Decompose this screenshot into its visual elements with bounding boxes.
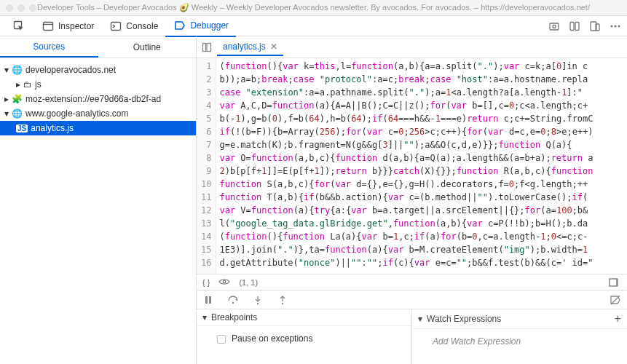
- inspector-tab[interactable]: Inspector: [33, 16, 101, 36]
- globe-icon: 🌐: [12, 108, 23, 119]
- pause-exceptions-label: Pause on exceptions: [232, 333, 312, 344]
- pause-icon[interactable]: [201, 293, 216, 307]
- breakpoints-pane: ▾ Breakpoints Pause on exceptions: [197, 309, 411, 364]
- tree-extension[interactable]: ▸ 🧩 moz-extension://ee79d66a-db2f-ad: [0, 92, 196, 106]
- add-watch-icon[interactable]: +: [615, 312, 621, 325]
- devtools-toolbar: Inspector Console Debugger: [0, 16, 627, 36]
- svg-rect-13: [203, 43, 206, 51]
- watch-pane: ▾ Watch Expressions + Add Watch Expressi…: [411, 309, 627, 364]
- breakpoints-header[interactable]: ▾ Breakpoints: [197, 309, 411, 326]
- pick-element-button[interactable]: [4, 16, 33, 36]
- svg-rect-3: [111, 22, 121, 30]
- console-tab[interactable]: Console: [101, 16, 165, 36]
- debugger-icon: [173, 18, 187, 33]
- watch-placeholder[interactable]: Add Watch Expression: [412, 329, 627, 364]
- debugger-controls: [197, 290, 627, 309]
- editor-tab-label: analytics.js: [223, 41, 266, 52]
- editor-tab-analytics[interactable]: analytics.js ✕: [217, 39, 283, 56]
- svg-rect-1: [44, 22, 53, 30]
- debugger-bottom-panes: ▾ Breakpoints Pause on exceptions ▾ Watc…: [197, 309, 627, 364]
- checkbox-unchecked[interactable]: [217, 335, 226, 344]
- screenshot-icon[interactable]: [547, 19, 561, 33]
- watch-header[interactable]: ▾ Watch Expressions +: [412, 309, 627, 329]
- debugger-label: Debugger: [190, 20, 229, 31]
- show-sources-icon[interactable]: [200, 40, 214, 55]
- pick-element-icon: [12, 19, 26, 33]
- breakpoints-title: Breakpoints: [211, 312, 257, 323]
- tree-label: moz-extension://ee79d66a-db2f-ad: [25, 94, 161, 104]
- tree-domain-ga[interactable]: ▾ 🌐 www.google-analytics.com: [0, 106, 196, 121]
- responsive-icon[interactable]: [588, 19, 602, 33]
- inspector-label: Inspector: [58, 21, 94, 31]
- twisty-open-icon: ▾: [4, 108, 9, 119]
- editor-panel: analytics.js ✕ 12345678910111213141516 (…: [197, 36, 627, 364]
- svg-rect-4: [550, 23, 559, 30]
- tree-label: www.google-analytics.com: [25, 108, 128, 119]
- skip-breakpoints-icon[interactable]: [608, 293, 623, 307]
- step-in-icon[interactable]: [251, 293, 265, 307]
- console-icon: [109, 19, 123, 33]
- svg-point-5: [553, 25, 556, 28]
- svg-point-20: [257, 302, 259, 304]
- tree-folder-js[interactable]: ▸ 🗀 js: [0, 77, 196, 92]
- svg-rect-16: [610, 279, 617, 286]
- svg-point-15: [224, 280, 226, 283]
- debugger-tab[interactable]: Debugger: [165, 15, 236, 37]
- traffic-lights: [6, 4, 36, 12]
- svg-point-19: [232, 301, 234, 303]
- goto-end-icon[interactable]: [607, 275, 621, 290]
- window-title: Developer Tools – Developer Avocados 🥑 W…: [0, 3, 627, 12]
- watch-title: Watch Expressions: [427, 314, 501, 324]
- tree-label: developeravocados.net: [25, 65, 116, 75]
- watch-placeholder-text: Add Watch Expression: [433, 336, 521, 347]
- folder-icon: 🗀: [23, 79, 32, 90]
- zoom-dot[interactable]: [29, 4, 36, 12]
- svg-point-11: [615, 25, 617, 27]
- close-dot[interactable]: [6, 4, 13, 12]
- tree-label: js: [35, 79, 42, 90]
- twisty-open-icon: ▾: [418, 314, 422, 324]
- eye-icon[interactable]: [218, 278, 230, 287]
- svg-point-12: [618, 25, 620, 27]
- js-file-icon: JS: [16, 124, 28, 132]
- outline-tab[interactable]: Outline: [98, 38, 197, 57]
- twisty-closed-icon: ▸: [4, 94, 9, 104]
- svg-point-21: [282, 302, 283, 304]
- twisty-closed-icon: ▸: [16, 79, 20, 90]
- extension-icon: 🧩: [12, 94, 23, 104]
- code-editor[interactable]: 12345678910111213141516 (function(){var …: [197, 58, 627, 274]
- prettyprint-icon[interactable]: { }: [202, 278, 210, 287]
- editor-status-bar: { } (1, 1): [197, 274, 627, 290]
- svg-rect-17: [205, 296, 208, 304]
- svg-rect-6: [570, 22, 574, 30]
- main-split: Sources Outline ▾ 🌐 developeravocados.ne…: [0, 36, 627, 364]
- svg-rect-14: [207, 43, 211, 51]
- line-gutter: 12345678910111213141516: [197, 58, 216, 274]
- cursor-position: (1, 1): [239, 278, 258, 287]
- twisty-open-icon: ▾: [202, 312, 207, 323]
- sources-panel: Sources Outline ▾ 🌐 developeravocados.ne…: [0, 36, 197, 364]
- twisty-open-icon: ▾: [4, 65, 9, 75]
- close-icon[interactable]: ✕: [270, 41, 277, 52]
- inspector-icon: [41, 19, 55, 33]
- svg-point-10: [611, 25, 613, 27]
- svg-rect-7: [575, 22, 579, 30]
- sources-tab[interactable]: Sources: [0, 37, 98, 58]
- code-lines: (function(){var k=this,l=function(a,b){a…: [216, 58, 596, 274]
- svg-rect-18: [209, 296, 211, 304]
- step-out-icon[interactable]: [275, 293, 290, 307]
- minimize-dot[interactable]: [17, 4, 25, 12]
- window-titlebar: Developer Tools – Developer Avocados 🥑 W…: [0, 0, 627, 16]
- tree-label: analytics.js: [31, 123, 74, 133]
- pause-exceptions-row[interactable]: Pause on exceptions: [197, 326, 411, 361]
- step-over-icon[interactable]: [226, 293, 240, 307]
- console-label: Console: [126, 21, 158, 31]
- options-icon[interactable]: [567, 19, 582, 33]
- globe-icon: 🌐: [12, 65, 23, 75]
- source-tree: ▾ 🌐 developeravocados.net ▸ 🗀 js ▸ 🧩 moz…: [0, 58, 196, 364]
- tree-domain-developeravocados[interactable]: ▾ 🌐 developeravocados.net: [0, 63, 196, 77]
- more-icon[interactable]: [608, 19, 623, 33]
- tree-file-analytics[interactable]: JS analytics.js: [0, 121, 196, 135]
